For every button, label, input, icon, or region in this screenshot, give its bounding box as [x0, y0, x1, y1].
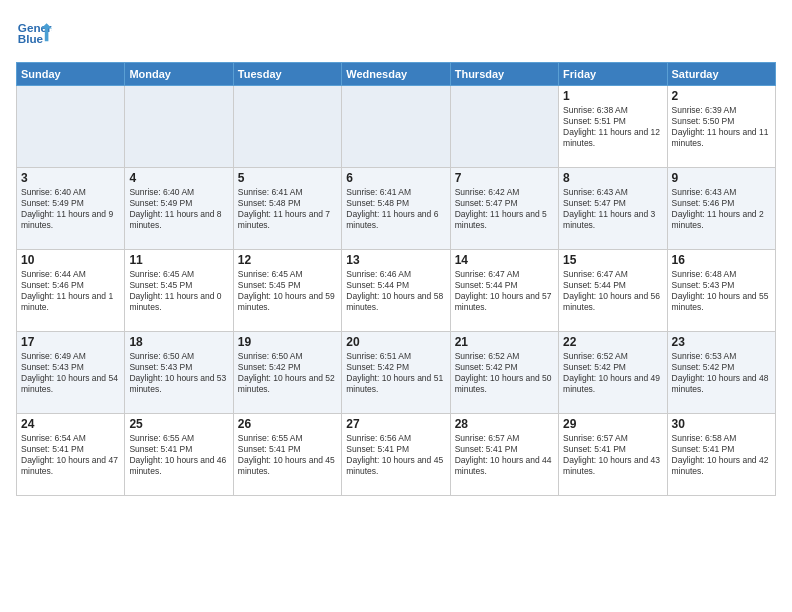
day-info: Sunset: 5:41 PM: [455, 444, 554, 455]
day-info: Sunset: 5:41 PM: [129, 444, 228, 455]
calendar-cell: 30Sunrise: 6:58 AMSunset: 5:41 PMDayligh…: [667, 414, 775, 496]
calendar-cell: 24Sunrise: 6:54 AMSunset: 5:41 PMDayligh…: [17, 414, 125, 496]
day-info: Daylight: 10 hours and 43 minutes.: [563, 455, 662, 477]
day-number: 24: [21, 417, 120, 431]
day-info: Sunrise: 6:38 AM: [563, 105, 662, 116]
day-number: 6: [346, 171, 445, 185]
day-info: Sunrise: 6:54 AM: [21, 433, 120, 444]
day-number: 1: [563, 89, 662, 103]
calendar-cell: 18Sunrise: 6:50 AMSunset: 5:43 PMDayligh…: [125, 332, 233, 414]
day-info: Sunset: 5:44 PM: [455, 280, 554, 291]
logo-icon: General Blue: [16, 16, 52, 52]
day-info: Daylight: 10 hours and 52 minutes.: [238, 373, 337, 395]
calendar-week-5: 24Sunrise: 6:54 AMSunset: 5:41 PMDayligh…: [17, 414, 776, 496]
calendar-cell: 26Sunrise: 6:55 AMSunset: 5:41 PMDayligh…: [233, 414, 341, 496]
calendar-cell: 17Sunrise: 6:49 AMSunset: 5:43 PMDayligh…: [17, 332, 125, 414]
day-info: Sunset: 5:44 PM: [346, 280, 445, 291]
day-info: Sunrise: 6:40 AM: [21, 187, 120, 198]
day-info: Sunrise: 6:50 AM: [129, 351, 228, 362]
calendar-week-2: 3Sunrise: 6:40 AMSunset: 5:49 PMDaylight…: [17, 168, 776, 250]
day-info: Sunrise: 6:42 AM: [455, 187, 554, 198]
day-info: Sunset: 5:48 PM: [238, 198, 337, 209]
day-info: Daylight: 10 hours and 44 minutes.: [455, 455, 554, 477]
header: General Blue: [16, 16, 776, 52]
day-info: Sunrise: 6:49 AM: [21, 351, 120, 362]
day-info: Sunrise: 6:45 AM: [238, 269, 337, 280]
day-info: Sunrise: 6:50 AM: [238, 351, 337, 362]
day-number: 16: [672, 253, 771, 267]
day-info: Sunset: 5:49 PM: [129, 198, 228, 209]
day-info: Sunrise: 6:58 AM: [672, 433, 771, 444]
day-info: Sunset: 5:47 PM: [455, 198, 554, 209]
weekday-header-thursday: Thursday: [450, 63, 558, 86]
calendar-header-row: SundayMondayTuesdayWednesdayThursdayFrid…: [17, 63, 776, 86]
calendar-week-1: 1Sunrise: 6:38 AMSunset: 5:51 PMDaylight…: [17, 86, 776, 168]
day-info: Sunrise: 6:56 AM: [346, 433, 445, 444]
calendar-cell: 23Sunrise: 6:53 AMSunset: 5:42 PMDayligh…: [667, 332, 775, 414]
calendar-week-3: 10Sunrise: 6:44 AMSunset: 5:46 PMDayligh…: [17, 250, 776, 332]
calendar-cell: 7Sunrise: 6:42 AMSunset: 5:47 PMDaylight…: [450, 168, 558, 250]
calendar-cell: 25Sunrise: 6:55 AMSunset: 5:41 PMDayligh…: [125, 414, 233, 496]
day-info: Sunset: 5:43 PM: [21, 362, 120, 373]
day-info: Sunset: 5:49 PM: [21, 198, 120, 209]
day-info: Daylight: 10 hours and 45 minutes.: [238, 455, 337, 477]
day-info: Sunrise: 6:44 AM: [21, 269, 120, 280]
weekday-header-wednesday: Wednesday: [342, 63, 450, 86]
day-info: Sunset: 5:46 PM: [672, 198, 771, 209]
weekday-header-friday: Friday: [559, 63, 667, 86]
day-info: Daylight: 10 hours and 55 minutes.: [672, 291, 771, 313]
calendar-cell: 10Sunrise: 6:44 AMSunset: 5:46 PMDayligh…: [17, 250, 125, 332]
day-info: Daylight: 10 hours and 58 minutes.: [346, 291, 445, 313]
day-info: Sunset: 5:47 PM: [563, 198, 662, 209]
day-info: Sunset: 5:46 PM: [21, 280, 120, 291]
calendar-cell: [450, 86, 558, 168]
calendar-cell: 13Sunrise: 6:46 AMSunset: 5:44 PMDayligh…: [342, 250, 450, 332]
day-info: Sunset: 5:42 PM: [238, 362, 337, 373]
day-number: 25: [129, 417, 228, 431]
day-number: 15: [563, 253, 662, 267]
day-info: Daylight: 11 hours and 3 minutes.: [563, 209, 662, 231]
day-info: Sunset: 5:42 PM: [672, 362, 771, 373]
day-info: Daylight: 10 hours and 56 minutes.: [563, 291, 662, 313]
calendar-cell: 12Sunrise: 6:45 AMSunset: 5:45 PMDayligh…: [233, 250, 341, 332]
day-number: 23: [672, 335, 771, 349]
calendar-cell: 15Sunrise: 6:47 AMSunset: 5:44 PMDayligh…: [559, 250, 667, 332]
day-info: Sunset: 5:42 PM: [455, 362, 554, 373]
day-info: Sunrise: 6:55 AM: [238, 433, 337, 444]
weekday-header-saturday: Saturday: [667, 63, 775, 86]
calendar-cell: [342, 86, 450, 168]
day-info: Sunset: 5:41 PM: [238, 444, 337, 455]
calendar-cell: 2Sunrise: 6:39 AMSunset: 5:50 PMDaylight…: [667, 86, 775, 168]
calendar-cell: 8Sunrise: 6:43 AMSunset: 5:47 PMDaylight…: [559, 168, 667, 250]
day-info: Daylight: 10 hours and 47 minutes.: [21, 455, 120, 477]
calendar-cell: 20Sunrise: 6:51 AMSunset: 5:42 PMDayligh…: [342, 332, 450, 414]
day-info: Sunrise: 6:47 AM: [455, 269, 554, 280]
weekday-header-tuesday: Tuesday: [233, 63, 341, 86]
day-number: 17: [21, 335, 120, 349]
day-info: Daylight: 10 hours and 50 minutes.: [455, 373, 554, 395]
day-number: 11: [129, 253, 228, 267]
day-info: Sunrise: 6:48 AM: [672, 269, 771, 280]
calendar-cell: [17, 86, 125, 168]
day-number: 3: [21, 171, 120, 185]
day-number: 28: [455, 417, 554, 431]
day-info: Sunset: 5:43 PM: [129, 362, 228, 373]
day-number: 10: [21, 253, 120, 267]
day-info: Daylight: 11 hours and 9 minutes.: [21, 209, 120, 231]
calendar-cell: [233, 86, 341, 168]
day-info: Sunset: 5:42 PM: [346, 362, 445, 373]
calendar-cell: 3Sunrise: 6:40 AMSunset: 5:49 PMDaylight…: [17, 168, 125, 250]
day-info: Daylight: 10 hours and 46 minutes.: [129, 455, 228, 477]
day-info: Daylight: 10 hours and 51 minutes.: [346, 373, 445, 395]
day-info: Sunset: 5:48 PM: [346, 198, 445, 209]
day-number: 29: [563, 417, 662, 431]
day-number: 7: [455, 171, 554, 185]
day-info: Daylight: 10 hours and 45 minutes.: [346, 455, 445, 477]
day-number: 19: [238, 335, 337, 349]
day-info: Sunset: 5:51 PM: [563, 116, 662, 127]
day-number: 2: [672, 89, 771, 103]
day-info: Daylight: 11 hours and 7 minutes.: [238, 209, 337, 231]
day-info: Sunset: 5:41 PM: [346, 444, 445, 455]
day-info: Sunset: 5:41 PM: [21, 444, 120, 455]
logo: General Blue: [16, 16, 52, 52]
